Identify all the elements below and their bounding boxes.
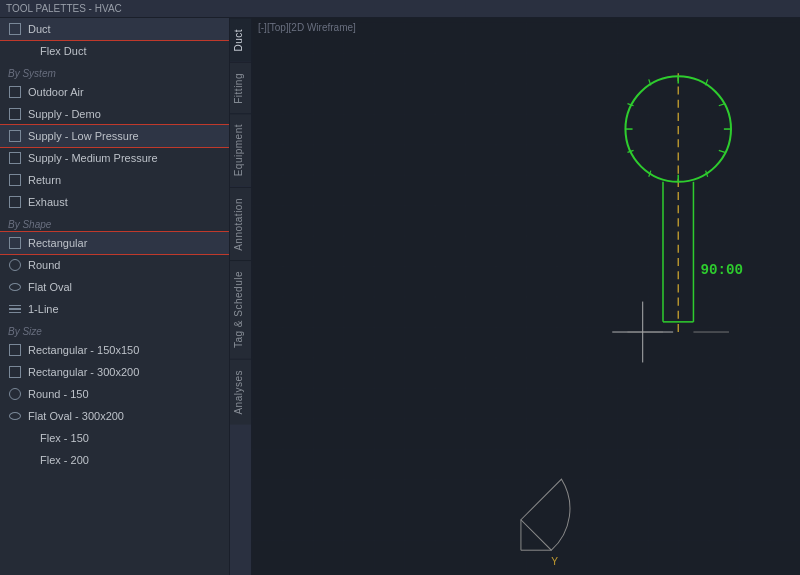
tab-analyses[interactable]: Analyses — [230, 359, 252, 425]
tab-duct[interactable]: Duct — [230, 18, 252, 62]
supply-low-label: Supply - Low Pressure — [28, 130, 139, 142]
rect-300x200-label: Rectangular - 300x200 — [28, 366, 139, 378]
supply-low-icon — [8, 129, 22, 143]
palette-item-exhaust[interactable]: Exhaust — [0, 191, 229, 213]
flex-200-label: Flex - 200 — [40, 454, 89, 466]
palette-item-return[interactable]: Return — [0, 169, 229, 191]
exhaust-icon — [8, 195, 22, 209]
rect-150x150-label: Rectangular - 150x150 — [28, 344, 139, 356]
duct-icon — [8, 22, 22, 36]
flex-duct-label: Flex Duct — [40, 45, 86, 57]
supply-medium-icon — [8, 151, 22, 165]
round-label: Round — [28, 259, 60, 271]
round-150-label: Round - 150 — [28, 388, 89, 400]
1line-icon — [8, 302, 22, 316]
palette-item-rect-150x150[interactable]: Rectangular - 150x150 — [0, 339, 229, 361]
palette-item-flat-oval-300x200[interactable]: Flat Oval - 300x200 — [0, 405, 229, 427]
viewport-header: [-][Top][2D Wireframe] — [258, 22, 356, 33]
flat-oval-300x200-label: Flat Oval - 300x200 — [28, 410, 124, 422]
return-icon — [8, 173, 22, 187]
supply-demo-icon — [8, 107, 22, 121]
palette-item-supply-demo[interactable]: Supply - Demo — [0, 103, 229, 125]
cad-canvas: 90:00 Y — [252, 18, 800, 575]
duct-label: Duct — [28, 23, 51, 35]
palette-title: TOOL PALETTES - HVAC — [6, 3, 122, 14]
palette-item-flex-200[interactable]: Flex - 200 — [0, 449, 229, 471]
viewport: [-][Top][2D Wireframe] — [252, 18, 800, 575]
flex-150-label: Flex - 150 — [40, 432, 89, 444]
palette-item-outdoor-air[interactable]: Outdoor Air — [0, 81, 229, 103]
svg-text:90:00: 90:00 — [701, 262, 744, 278]
palette-item-supply-low[interactable]: Supply - Low Pressure — [0, 125, 229, 147]
svg-rect-1 — [252, 23, 800, 571]
flex-200-icon — [20, 453, 34, 467]
rect-150x150-icon — [8, 343, 22, 357]
exhaust-label: Exhaust — [28, 196, 68, 208]
palette-item-round[interactable]: Round — [0, 254, 229, 276]
palette-content: Duct Flex Duct By System Outdoor Air Sup… — [0, 18, 229, 575]
main-container: Duct Flex Duct By System Outdoor Air Sup… — [0, 18, 800, 575]
rectangular-icon — [8, 236, 22, 250]
round-150-icon — [8, 387, 22, 401]
flat-oval-300x200-icon — [8, 409, 22, 423]
palette-item-round-150[interactable]: Round - 150 — [0, 383, 229, 405]
palette-item-duct[interactable]: Duct — [0, 18, 229, 40]
palette-item-supply-medium[interactable]: Supply - Medium Pressure — [0, 147, 229, 169]
supply-demo-label: Supply - Demo — [28, 108, 101, 120]
palette-item-rectangular[interactable]: Rectangular — [0, 232, 229, 254]
side-tabs: Duct Fitting Equipment Annotation Tag & … — [230, 18, 252, 575]
tab-tag-schedule[interactable]: Tag & Schedule — [230, 260, 252, 358]
1line-label: 1-Line — [28, 303, 59, 315]
outdoor-air-label: Outdoor Air — [28, 86, 84, 98]
section-size: By Size — [0, 320, 229, 339]
palette-item-flex-150[interactable]: Flex - 150 — [0, 427, 229, 449]
tab-fitting[interactable]: Fitting — [230, 62, 252, 114]
rectangular-label: Rectangular — [28, 237, 87, 249]
palette-item-flat-oval[interactable]: Flat Oval — [0, 276, 229, 298]
palette-item-rect-300x200[interactable]: Rectangular - 300x200 — [0, 361, 229, 383]
tab-equipment[interactable]: Equipment — [230, 113, 252, 186]
flex-150-icon — [20, 431, 34, 445]
flex-duct-icon — [20, 44, 34, 58]
svg-text:Y: Y — [551, 556, 558, 567]
top-bar: TOOL PALETTES - HVAC — [0, 0, 800, 18]
tool-palettes-panel: Duct Flex Duct By System Outdoor Air Sup… — [0, 18, 230, 575]
supply-medium-label: Supply - Medium Pressure — [28, 152, 158, 164]
palette-item-1line[interactable]: 1-Line — [0, 298, 229, 320]
section-system: By System — [0, 62, 229, 81]
return-label: Return — [28, 174, 61, 186]
palette-item-flex-duct[interactable]: Flex Duct — [0, 40, 229, 62]
tab-annotation[interactable]: Annotation — [230, 187, 252, 261]
outdoor-air-icon — [8, 85, 22, 99]
flat-oval-label: Flat Oval — [28, 281, 72, 293]
section-shape: By Shape — [0, 213, 229, 232]
flat-oval-icon — [8, 280, 22, 294]
round-icon — [8, 258, 22, 272]
rect-300x200-icon — [8, 365, 22, 379]
